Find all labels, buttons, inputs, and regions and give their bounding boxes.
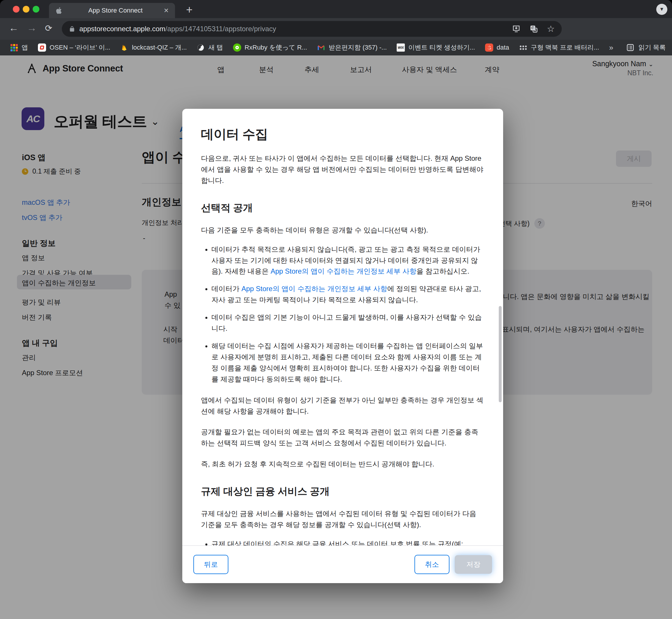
save-button[interactable]: 저장	[455, 555, 492, 574]
modal-footer: 뒤로 취소 저장	[182, 546, 503, 583]
apple-favicon-icon	[55, 6, 63, 15]
criteria-text: 데이터가	[212, 285, 241, 292]
lock-icon	[69, 26, 75, 32]
criteria-item: 데이터가 추적 목적으로 사용되지 않습니다(즉, 광고 또는 광고 측정 목적…	[212, 244, 484, 277]
data-collection-modal: 데이터 수집 다음으로, 귀사 또는 타사가 이 앱에서 수집하는 모든 데이터…	[182, 109, 503, 583]
financial-disclosure-intro: 규제 대상인 금융 서비스를 사용하는 앱에서 수집된 데이터 유형 및 수집된…	[201, 508, 484, 530]
window-minimize-button[interactable]	[23, 6, 29, 12]
criteria-item: 데이터가 App Store의 앱이 수집하는 개인정보 세부 사항에 정의된 …	[212, 283, 484, 305]
bookmark-label: OSEN – ‘라이브’ 이...	[50, 43, 110, 52]
criteria-item: 규제 대상 데이터의 수집은 해당 금융 서비스 또는 데이터 보호 법률 또는…	[212, 539, 484, 546]
bookmark-label: 이벤트 티켓 생성하기...	[408, 43, 475, 52]
forward-button[interactable]: →	[27, 22, 37, 33]
modal-title: 데이터 수집	[201, 126, 484, 143]
window-close-button[interactable]	[13, 6, 19, 12]
bookmark-label: data	[497, 44, 509, 51]
wix-icon: WIX	[397, 44, 405, 52]
reading-list-button[interactable]: 읽기 목록	[626, 43, 666, 52]
bookmark-label: 구형 맥북 프로 배터리...	[531, 43, 599, 52]
criteria-text: 을 참고하십시오.	[417, 267, 469, 275]
back-button[interactable]: ←	[9, 22, 19, 33]
bookmarks-overflow-icon[interactable]: »	[609, 43, 613, 52]
modal-intro: 다음으로, 귀사 또는 타사가 이 앱에서 수집하는 모든 데이터를 선택합니다…	[201, 153, 484, 186]
url-bar[interactable]: appstoreconnect.apple.com/apps/147410531…	[62, 21, 562, 37]
bookmark-osen[interactable]: OSEN – ‘라이브’ 이...	[38, 43, 110, 52]
back-modal-button[interactable]: 뒤로	[194, 555, 228, 574]
bookmark-star-icon[interactable]: ☆	[547, 24, 555, 33]
privacy-details-link[interactable]: App Store의 앱이 수집하는 개인정보 세부 사항	[241, 285, 387, 292]
modal-scroll-area[interactable]: 데이터 수집 다음으로, 귀사 또는 타사가 이 앱에서 수집하는 모든 데이터…	[182, 109, 503, 546]
firebase-icon	[120, 44, 128, 52]
privacy-details-link[interactable]: App Store의 앱이 수집하는 개인정보 세부 사항	[271, 267, 417, 275]
modal-paragraph: 앱에서 수집되는 데이터 유형이 상기 기준을 전부가 아닌 일부만 충족하는 …	[201, 395, 484, 417]
modal-paragraph: 즉, 최초 허가 요청 후 지속적으로 수집된 데이터는 반드시 공개해야 합니…	[201, 459, 484, 470]
tab-search-button[interactable]: ▼	[656, 4, 667, 15]
reading-list-icon	[626, 44, 634, 52]
bookmark-macbook[interactable]: 구형 맥북 프로 배터리...	[519, 43, 599, 52]
dots-grid-icon	[519, 44, 527, 52]
bookmark-label: 받은편지함 (357) -...	[329, 43, 387, 52]
criteria-list: 데이터가 추적 목적으로 사용되지 않습니다(즉, 광고 또는 광고 측정 목적…	[201, 244, 484, 385]
financial-criteria-list: 규제 대상 데이터의 수집은 해당 금융 서비스 또는 데이터 보호 법률 또는…	[201, 539, 484, 546]
osen-icon	[38, 44, 46, 52]
optional-disclosure-intro: 다음 기준을 모두 충족하는 데이터 유형은 공개할 수 있습니다(선택 사항)…	[201, 225, 484, 236]
tab-close-icon[interactable]: ×	[163, 6, 169, 15]
modal-paragraph: 공개할 필요가 없는 데이터의 예로는 앱의 주요 목적과 관련이 없고 위의 …	[201, 426, 484, 449]
url-path: /apps/1474105311/appstore/privacy	[165, 25, 276, 33]
bookmarks-bar: 앱 OSEN – ‘라이브’ 이... lockcast-QIZ – 개... …	[0, 40, 672, 55]
browser-tab-strip: App Store Connect × + ▼	[0, 0, 672, 18]
bookmark-newtab[interactable]: 새 탭	[197, 43, 223, 52]
window-zoom-button[interactable]	[33, 6, 40, 12]
criteria-item: 해당 데이터는 수집 시점에 사용자가 제공하는 데이터를 수집하는 앱 인터페…	[212, 340, 484, 385]
cancel-button[interactable]: 취소	[415, 555, 449, 574]
bookmark-wix[interactable]: WIX 이벤트 티켓 생성하기...	[397, 43, 475, 52]
apps-grid-icon	[10, 44, 18, 52]
reload-button[interactable]: ⟳	[45, 23, 52, 33]
url-host: appstoreconnect.apple.com	[79, 25, 165, 33]
save-page-icon[interactable]	[512, 24, 521, 33]
reading-list-label: 읽기 목록	[639, 43, 666, 52]
bookmark-lockcast[interactable]: lockcast-QIZ – 개...	[120, 43, 187, 52]
new-tab-button[interactable]: +	[186, 3, 193, 16]
bookmark-gmail[interactable]: 받은편지함 (357) -...	[317, 43, 387, 52]
qiita-icon	[233, 44, 241, 52]
modal-scrollbar[interactable]	[499, 306, 502, 402]
swift-icon	[485, 44, 493, 52]
tab-title: App Store Connect	[68, 7, 163, 14]
translate-icon[interactable]: G	[529, 24, 538, 33]
financial-disclosure-heading: 규제 대상인 금융 서비스 공개	[201, 485, 484, 498]
globe-icon	[197, 44, 205, 52]
bookmark-apps[interactable]: 앱	[10, 43, 28, 52]
browser-tab-active[interactable]: App Store Connect ×	[49, 3, 175, 18]
bookmark-label: RxRuby を使って R...	[245, 43, 307, 52]
gmail-icon	[317, 44, 325, 52]
criteria-item: 데이터 수집은 앱의 기본 기능이 아니고 드물게 발생하며, 이를 사용자가 …	[212, 312, 484, 334]
bookmark-data[interactable]: data	[485, 44, 509, 52]
bookmark-label: lockcast-QIZ – 개...	[132, 43, 187, 52]
bookmark-rxruby[interactable]: RxRuby を使って R...	[233, 43, 307, 52]
optional-disclosure-heading: 선택적 공개	[201, 201, 484, 215]
bookmark-label: 새 탭	[208, 43, 223, 52]
bookmark-label: 앱	[21, 43, 28, 52]
